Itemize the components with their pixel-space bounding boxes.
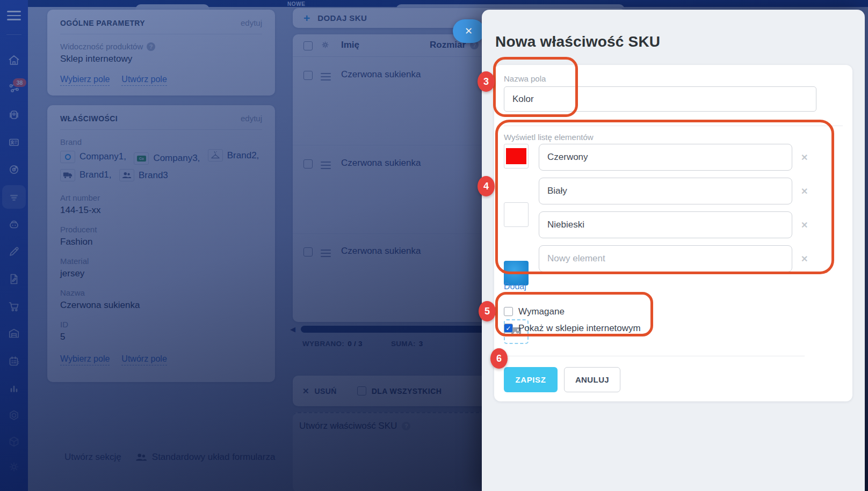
field-value: Czerwona sukienka: [60, 300, 262, 311]
sum-value: 3: [419, 340, 423, 348]
filters-icon[interactable]: [8, 190, 20, 203]
selected-label: WYBRANO:: [302, 340, 344, 348]
remove-item-icon[interactable]: ✕: [801, 186, 808, 196]
color-swatch-red[interactable]: [504, 144, 529, 168]
row-checkbox[interactable]: [303, 159, 313, 168]
add-sku-label: DODAJ SKU: [317, 13, 367, 23]
menu-icon[interactable]: [7, 11, 21, 23]
properties-edit-link[interactable]: edytuj: [241, 114, 262, 123]
create-section-link[interactable]: Utwórz sekcję: [64, 452, 121, 463]
general-edit-link[interactable]: edytuj: [241, 18, 262, 27]
sum-summary: SUMA: 3: [391, 340, 423, 348]
home-icon[interactable]: [8, 54, 20, 67]
people-icon: [119, 169, 134, 181]
help-icon[interactable]: ?: [147, 42, 155, 51]
visibility-label: Widoczność produktów: [60, 42, 143, 51]
table-row[interactable]: Czerwona sukienka: [341, 157, 427, 169]
truck-icon: [60, 169, 75, 181]
select-all-checkbox[interactable]: [303, 41, 313, 50]
visibility-value: Sklep internetowy: [60, 54, 262, 64]
contacts-icon[interactable]: [8, 136, 20, 149]
for-all-label: DLA WSZYSTKICH: [372, 387, 442, 395]
brand-chip[interactable]: Brand3: [119, 169, 168, 181]
general-parameters-title: OGÓLNE PARAMETRY: [60, 19, 145, 27]
tasks-icon[interactable]: [8, 355, 20, 368]
remove-item-icon[interactable]: ✕: [801, 220, 808, 230]
save-button[interactable]: ZAPISZ: [504, 367, 558, 392]
scroll-left-arrow-icon[interactable]: ◀: [290, 325, 295, 333]
edit-icon[interactable]: [8, 245, 20, 258]
red-fill: [506, 148, 526, 164]
required-checkbox[interactable]: [504, 307, 513, 316]
cancel-button[interactable]: ANULUJ: [564, 367, 620, 392]
divider: [504, 126, 843, 126]
table-row[interactable]: Czerwona sukienka: [341, 69, 427, 80]
modules-icon[interactable]: [8, 409, 20, 422]
selected-summary: WYBRANO: 0 / 3: [302, 340, 363, 348]
close-icon[interactable]: ✕: [453, 19, 484, 43]
notification-badge: 38: [13, 78, 26, 87]
add-element-link[interactable]: Dodaj: [504, 282, 526, 293]
sum-label: SUMA:: [391, 340, 416, 348]
row-checkbox[interactable]: [303, 71, 313, 80]
field-label: Material: [60, 257, 89, 266]
annotation-badge-4: 4: [478, 176, 495, 196]
bots-icon[interactable]: [8, 218, 20, 231]
column-header-name[interactable]: Imię: [341, 40, 359, 50]
name-field-input[interactable]: [504, 86, 816, 112]
general-parameters-card: OGÓLNE PARAMETRY edytuj Widoczność produ…: [47, 10, 275, 96]
nowe-badge: NOWE: [287, 1, 306, 7]
documents-icon[interactable]: [8, 273, 20, 285]
divider: [504, 356, 805, 356]
drag-handle-icon[interactable]: [321, 250, 331, 259]
drag-handle-icon[interactable]: [321, 73, 331, 83]
brand-chip[interactable]: Brand2,: [208, 149, 259, 162]
drag-handle-icon[interactable]: [321, 162, 331, 171]
products-icon[interactable]: [8, 108, 20, 121]
new-sku-property-modal: Nowa właściwość SKU Nazwa pola Wyświetl …: [482, 10, 865, 491]
marketing-icon[interactable]: [8, 163, 20, 176]
brand-chip[interactable]: Brand1,: [60, 169, 112, 181]
row-checkbox[interactable]: [303, 247, 313, 257]
help-icon[interactable]: ?: [402, 422, 410, 430]
show-in-shop-label: Pokaż w sklepie internetowym: [518, 323, 641, 334]
standard-layout-link[interactable]: Standardowy układ formularza: [135, 452, 276, 463]
plus-icon: +: [303, 12, 310, 24]
brand-chip[interactable]: Company1,: [60, 151, 126, 163]
company3-logo-icon: Co: [134, 152, 149, 165]
field-value: 5: [60, 332, 262, 342]
new-item-input[interactable]: [539, 245, 792, 272]
remove-item-icon[interactable]: ✕: [801, 152, 808, 163]
list-item-input[interactable]: [539, 178, 792, 204]
divider: [60, 34, 262, 34]
field-label: Nazwa: [60, 288, 85, 297]
color-swatch-white[interactable]: [504, 202, 529, 227]
create-field-link[interactable]: Utwórz pole: [121, 75, 167, 86]
divider: [60, 129, 262, 130]
package-icon[interactable]: [8, 435, 20, 448]
for-all-checkbox[interactable]: [357, 386, 366, 395]
create-field-link[interactable]: Utwórz pole: [121, 354, 167, 365]
stats-icon[interactable]: [8, 382, 20, 394]
settings-gear-icon[interactable]: [8, 460, 20, 473]
list-item-input[interactable]: [539, 211, 792, 238]
table-row[interactable]: Czerwona sukienka: [341, 245, 427, 257]
create-sku-property-link[interactable]: Utwórz właściwość SKU: [299, 421, 397, 431]
table-settings-gear-icon[interactable]: [321, 40, 330, 52]
field-value: jersey: [60, 268, 262, 279]
cart-icon[interactable]: [8, 300, 20, 313]
select-field-link[interactable]: Wybierz pole: [60, 354, 110, 365]
show-in-shop-checkbox[interactable]: ✓: [504, 324, 513, 333]
properties-title: WŁAŚCIWOŚCI: [60, 114, 118, 123]
remove-item-icon[interactable]: ✕: [801, 254, 808, 264]
company1-logo-icon: [60, 151, 75, 163]
brand-chip[interactable]: Co Company3,: [134, 152, 200, 165]
field-label: Art number: [60, 193, 100, 202]
required-label: Wymagane: [518, 306, 565, 317]
sidebar: 38: [0, 0, 28, 491]
field-value: 144-15-xx: [60, 205, 262, 216]
delete-button[interactable]: USUŃ: [315, 387, 337, 395]
warehouse-icon[interactable]: [8, 327, 20, 340]
select-field-link[interactable]: Wybierz pole: [60, 75, 110, 86]
list-item-input[interactable]: [539, 144, 792, 171]
